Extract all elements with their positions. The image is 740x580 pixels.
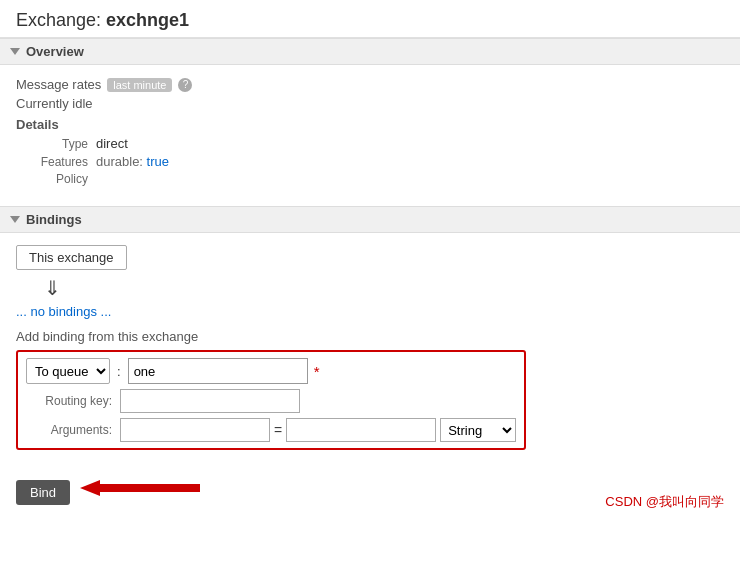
no-bindings-text: ... no bindings ... bbox=[16, 304, 724, 319]
bindings-body: This exchange ⇓ ... no bindings ... Add … bbox=[0, 239, 740, 468]
queue-name-input[interactable] bbox=[128, 358, 308, 384]
help-icon[interactable]: ? bbox=[178, 78, 192, 92]
routing-key-row: Routing key: bbox=[26, 389, 516, 413]
add-binding-label: Add binding from this exchange bbox=[16, 329, 724, 344]
policy-row: Policy bbox=[26, 172, 724, 186]
routing-key-input[interactable] bbox=[120, 389, 300, 413]
bindings-triangle-icon bbox=[10, 216, 20, 223]
bindings-section-header: Bindings bbox=[0, 206, 740, 233]
type-row: Type direct bbox=[26, 136, 724, 151]
required-star: * bbox=[314, 363, 320, 380]
bind-button[interactable]: Bind bbox=[16, 480, 70, 505]
bottom-row: Bind CSDN @我叫向同学 bbox=[0, 468, 740, 511]
message-rates-row: Message rates last minute ? bbox=[16, 77, 724, 92]
overview-body: Message rates last minute ? Currently id… bbox=[0, 71, 740, 204]
arg-val-input[interactable] bbox=[286, 418, 436, 442]
queue-row: To queue : * bbox=[26, 358, 516, 384]
details-table: Type direct Features durable: true Polic… bbox=[26, 136, 724, 186]
triangle-down-icon bbox=[10, 48, 20, 55]
to-queue-select[interactable]: To queue bbox=[26, 358, 110, 384]
arrow-down-symbol: ⇓ bbox=[44, 276, 724, 300]
type-value: direct bbox=[96, 136, 128, 151]
routing-key-label: Routing key: bbox=[26, 394, 116, 408]
page-title: Exchange: exchnge1 bbox=[0, 0, 740, 38]
arguments-label: Arguments: bbox=[26, 423, 116, 437]
arguments-row: Arguments: = String Integer Boolean bbox=[26, 418, 516, 442]
features-value: durable: true bbox=[96, 154, 169, 169]
overview-section-header: Overview bbox=[0, 38, 740, 65]
details-label: Details bbox=[16, 117, 724, 132]
features-key: Features bbox=[26, 155, 96, 169]
add-binding-form: To queue : * Routing key: Arguments: = S… bbox=[16, 350, 526, 450]
watermark: CSDN @我叫向同学 bbox=[605, 493, 724, 511]
policy-key: Policy bbox=[26, 172, 96, 186]
last-minute-badge[interactable]: last minute bbox=[107, 78, 172, 92]
exchange-box[interactable]: This exchange bbox=[16, 245, 127, 270]
type-select[interactable]: String Integer Boolean bbox=[440, 418, 516, 442]
idle-status: Currently idle bbox=[16, 96, 724, 111]
svg-marker-0 bbox=[80, 480, 200, 496]
eq-sign: = bbox=[274, 422, 282, 438]
red-arrow-icon bbox=[80, 476, 200, 503]
features-row: Features durable: true bbox=[26, 154, 724, 169]
type-key: Type bbox=[26, 137, 96, 151]
message-rates-label: Message rates bbox=[16, 77, 101, 92]
arg-key-input[interactable] bbox=[120, 418, 270, 442]
